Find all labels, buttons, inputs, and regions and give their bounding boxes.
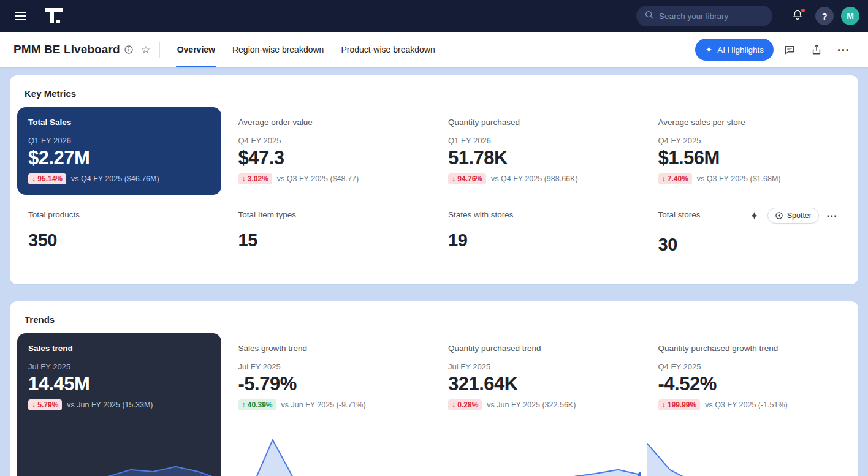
library-search[interactable] xyxy=(636,6,772,26)
more-icon: ⋯ xyxy=(837,42,850,57)
tile-more-options-icon[interactable]: ⋯ xyxy=(824,208,840,224)
comparison-text: vs Q4 FY 2025 (988.66K) xyxy=(491,175,578,183)
key-metrics-grid: Total SalesQ1 FY 2026$2.27M↓ 95.14%vs Q4… xyxy=(10,102,858,284)
tile-header: Total Sales xyxy=(28,118,210,127)
sparkle-icon: ✦ xyxy=(705,45,712,54)
tile-value: 30 xyxy=(658,235,840,255)
avatar[interactable]: M xyxy=(841,7,859,25)
kpi-tile-average-order-value[interactable]: Average order valueQ4 FY 2025$47.3↓ 3.02… xyxy=(227,107,432,195)
kpi-tile-average-sales-per-store[interactable]: Average sales per storeQ4 FY 2025$1.56M↓… xyxy=(647,107,851,195)
kpi-tile-quantity-purchased[interactable]: Quantity purchasedQ1 FY 202651.78K↓ 94.7… xyxy=(437,107,641,195)
more-options-button[interactable]: ⋯ xyxy=(832,39,855,61)
hamburger-menu-icon[interactable] xyxy=(9,4,32,28)
tile-period: Q1 FY 2026 xyxy=(28,136,210,145)
kpi-tile-total-sales[interactable]: Total SalesQ1 FY 2026$2.27M↓ 95.14%vs Q4… xyxy=(17,107,221,195)
tile-title: Quantity purchased xyxy=(448,118,520,127)
thoughtspot-logo[interactable] xyxy=(44,6,66,26)
ai-highlights-button[interactable]: ✦ AI Highlights xyxy=(695,39,774,61)
favorite-star-button[interactable]: ☆ xyxy=(137,41,154,58)
section-title: Trends xyxy=(10,301,858,328)
comparison-text: vs Jun FY 2025 (15.33M) xyxy=(67,401,153,409)
star-icon: ☆ xyxy=(141,45,150,55)
tile-hover-actions: Spotter⋯ xyxy=(747,208,840,224)
tile-value: -5.79% xyxy=(238,373,421,395)
tile-value: 15 xyxy=(238,230,421,251)
change-badge: ↓ 3.02% xyxy=(238,173,272,184)
search-input[interactable] xyxy=(659,12,764,21)
tile-title: States with stores xyxy=(448,210,514,219)
tile-period: Jul FY 2025 xyxy=(28,362,210,371)
sparkline-end-dot xyxy=(638,472,641,476)
tile-header: States with stores xyxy=(448,210,630,219)
kpi-tile-sales-trend[interactable]: Sales trendJul FY 202514.45M↓ 5.79%vs Ju… xyxy=(17,333,221,476)
top-navigation-bar: ? M xyxy=(0,0,868,32)
tab-overview[interactable]: Overview xyxy=(169,32,224,67)
kpi-tile-total-stores[interactable]: Total storesSpotter⋯30 xyxy=(647,200,851,272)
kpi-tile-total-products[interactable]: Total products350 xyxy=(17,200,221,272)
comparison-text: vs Q3 FY 2025 ($1.68M) xyxy=(697,175,781,183)
tile-value: $2.27M xyxy=(28,147,210,169)
tile-value: 350 xyxy=(28,230,210,251)
help-icon: ? xyxy=(821,11,827,21)
comparison-text: vs Q3 FY 2025 ($48.77) xyxy=(277,175,359,183)
tile-header: Total Item types xyxy=(238,210,421,219)
tile-value: 321.64K xyxy=(448,373,630,395)
tile-title: Total Sales xyxy=(28,118,71,127)
kpi-tile-states-with-stores[interactable]: States with stores19 xyxy=(437,200,641,272)
comparison-text: vs Jun FY 2025 (-9.71%) xyxy=(281,401,366,409)
tab-region-wise-breakdown[interactable]: Region-wise breakdown xyxy=(224,32,332,67)
tile-title: Sales growth trend xyxy=(238,344,308,353)
tab-product-wise-breakdown[interactable]: Product-wise breakdown xyxy=(332,32,443,67)
tile-comparison-row: ↑ 40.39%vs Jun FY 2025 (-9.71%) xyxy=(238,399,421,410)
comparison-text: vs Jun FY 2025 (322.56K) xyxy=(487,401,576,409)
search-icon xyxy=(644,10,654,22)
info-icon[interactable] xyxy=(120,41,137,58)
change-badge: ↓ 199.99% xyxy=(658,399,701,410)
tile-header: Sales trend xyxy=(28,344,210,353)
notifications-button[interactable] xyxy=(787,6,808,26)
tile-title: Sales trend xyxy=(28,344,73,353)
tile-header: Total products xyxy=(28,210,210,219)
spotter-icon xyxy=(775,211,783,220)
kpi-tile-sales-growth-trend[interactable]: Sales growth trendJul FY 2025-5.79%↑ 40.… xyxy=(227,333,432,476)
tile-title: Average order value xyxy=(238,118,313,127)
tile-comparison-row: ↓ 94.76%vs Q4 FY 2025 (988.66K) xyxy=(448,173,630,184)
tile-period: Jul FY 2025 xyxy=(448,362,630,371)
help-button[interactable]: ? xyxy=(815,7,834,25)
tile-comparison-row: ↓ 5.79%vs Jun FY 2025 (15.33M) xyxy=(28,399,210,410)
explore-button[interactable] xyxy=(747,208,763,224)
share-icon xyxy=(810,43,823,56)
sparkline-chart xyxy=(227,420,432,476)
comparison-text: vs Q3 FY 2025 (-1.51%) xyxy=(705,401,788,409)
sparkline-chart xyxy=(17,420,221,476)
tile-value: $1.56M xyxy=(658,147,840,169)
tile-header: Total storesSpotter⋯ xyxy=(658,210,840,224)
kpi-tile-quantity-purchased-trend[interactable]: Quantity purchased trendJul FY 2025321.6… xyxy=(437,333,641,476)
tile-header: Average sales per store xyxy=(658,118,840,127)
tile-header: Average order value xyxy=(238,118,421,127)
tabs: OverviewRegion-wise breakdownProduct-wis… xyxy=(169,32,444,67)
tile-title: Total stores xyxy=(658,210,701,219)
comments-button[interactable] xyxy=(779,39,801,61)
tile-header: Sales growth trend xyxy=(238,344,421,353)
tile-header: Quantity purchased growth trend xyxy=(658,344,840,353)
notification-dot xyxy=(800,7,806,13)
page-title: PMM BE Liveboard xyxy=(13,43,120,56)
tile-header: Quantity purchased xyxy=(448,118,630,127)
tile-period: Q1 FY 2026 xyxy=(448,136,630,145)
spotter-button[interactable]: Spotter xyxy=(767,208,819,224)
tile-value: $47.3 xyxy=(238,147,421,169)
tile-period: Q4 FY 2025 xyxy=(658,136,840,145)
share-button[interactable] xyxy=(805,39,828,61)
explore-icon xyxy=(750,211,759,221)
section-key-metrics: Key Metrics Total SalesQ1 FY 2026$2.27M↓… xyxy=(10,75,858,284)
kpi-tile-quantity-purchased-growth-trend[interactable]: Quantity purchased growth trendQ4 FY 202… xyxy=(647,333,851,476)
tile-comparison-row: ↓ 3.02%vs Q3 FY 2025 ($48.77) xyxy=(238,173,421,184)
tile-value: 14.45M xyxy=(28,373,210,395)
kpi-tile-total-item-types[interactable]: Total Item types15 xyxy=(227,200,432,272)
sparkline-chart xyxy=(437,420,641,476)
spotter-label: Spotter xyxy=(787,211,812,220)
change-badge: ↓ 0.28% xyxy=(448,399,482,410)
tile-comparison-row: ↓ 7.40%vs Q3 FY 2025 ($1.68M) xyxy=(658,173,840,184)
liveboard-content: Key Metrics Total SalesQ1 FY 2026$2.27M↓… xyxy=(0,67,868,476)
